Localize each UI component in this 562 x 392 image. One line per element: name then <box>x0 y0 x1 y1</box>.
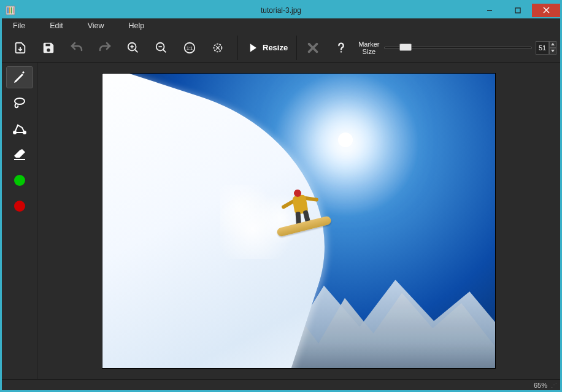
marker-size-spinner[interactable] <box>536 41 556 55</box>
save-button[interactable] <box>37 37 60 59</box>
svg-rect-2 <box>9 7 10 13</box>
marker-size-input[interactable] <box>536 41 549 55</box>
zoom-fit-button[interactable] <box>207 37 229 59</box>
menubar: File Edit View Help <box>2 18 560 33</box>
open-button[interactable] <box>9 37 31 59</box>
close-button[interactable] <box>532 4 560 17</box>
spinner-up[interactable] <box>549 41 556 48</box>
help-button[interactable] <box>330 37 352 59</box>
resize-button[interactable]: Resize <box>243 37 294 59</box>
zoom-in-button[interactable] <box>122 37 144 59</box>
cancel-button[interactable] <box>302 37 324 59</box>
lasso-tool[interactable] <box>6 92 33 114</box>
menu-edit[interactable]: Edit <box>50 21 63 30</box>
image-canvas[interactable] <box>102 74 495 368</box>
svg-rect-6 <box>515 8 520 13</box>
background-color[interactable] <box>6 195 33 217</box>
svg-point-22 <box>15 98 25 104</box>
titlebar: tutorial-3.jpg <box>2 2 560 18</box>
menu-file[interactable]: File <box>13 21 25 30</box>
foreground-color[interactable] <box>6 169 33 191</box>
side-toolbar <box>2 63 37 379</box>
menu-view[interactable]: View <box>88 21 104 30</box>
statusbar: 65% ⋰ <box>2 379 560 390</box>
svg-text:1:1: 1:1 <box>187 45 193 50</box>
svg-point-21 <box>341 51 342 52</box>
svg-rect-25 <box>14 159 25 160</box>
svg-line-14 <box>163 49 166 52</box>
undo-button[interactable] <box>66 37 88 59</box>
svg-line-10 <box>135 49 138 52</box>
svg-rect-4 <box>13 7 13 13</box>
background-color-swatch <box>14 201 25 212</box>
marker-size-label: Marker Size <box>358 40 379 55</box>
resize-grip[interactable]: ⋰ <box>551 382 556 388</box>
polygon-tool[interactable] <box>6 118 33 140</box>
marker-size-slider[interactable] <box>384 47 532 49</box>
svg-rect-1 <box>7 7 9 13</box>
svg-rect-3 <box>11 7 12 13</box>
menu-help[interactable]: Help <box>129 21 145 30</box>
resize-label: Resize <box>263 43 288 52</box>
toolbar: 1:1 Resize Marker Size <box>2 33 560 63</box>
redo-button[interactable] <box>94 37 116 59</box>
maximize-button[interactable] <box>504 4 532 17</box>
svg-point-23 <box>13 131 16 134</box>
app-icon <box>6 6 15 15</box>
marker-tool[interactable] <box>6 66 33 88</box>
canvas-area[interactable] <box>37 63 560 379</box>
window-title: tutorial-3.jpg <box>261 6 301 15</box>
minimize-button[interactable] <box>475 4 504 17</box>
zoom-out-button[interactable] <box>150 37 172 59</box>
svg-point-24 <box>23 131 26 134</box>
zoom-actual-button[interactable]: 1:1 <box>179 37 201 59</box>
foreground-color-swatch <box>14 175 25 186</box>
spinner-down[interactable] <box>549 48 556 55</box>
zoom-level: 65% <box>534 382 547 389</box>
eraser-tool[interactable] <box>6 144 33 166</box>
